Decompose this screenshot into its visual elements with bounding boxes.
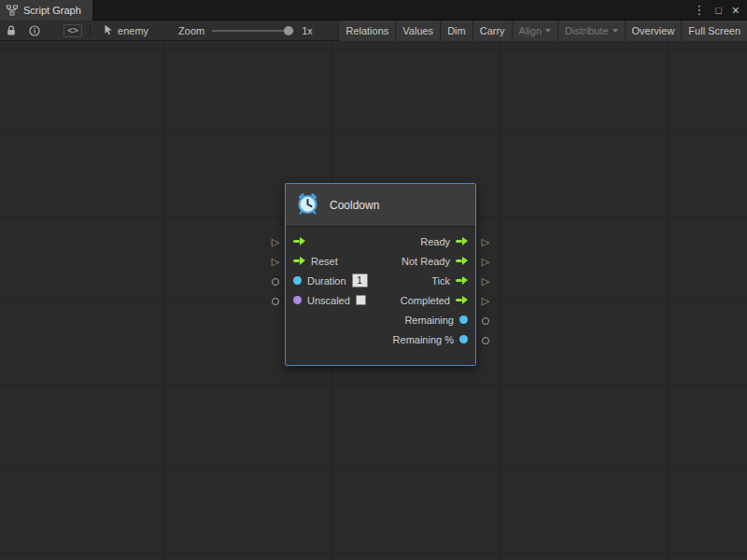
node-title: Cooldown bbox=[330, 199, 379, 212]
window-maximize-button[interactable]: □ bbox=[715, 0, 722, 21]
zoom-control: Zoom 1x bbox=[178, 24, 313, 37]
value-input-unscaled-port[interactable] bbox=[293, 296, 302, 304]
toolbar-divider bbox=[90, 24, 91, 36]
external-value-input-marker[interactable] bbox=[270, 291, 281, 311]
zoom-value: 1x bbox=[302, 25, 313, 36]
values-label: Values bbox=[402, 25, 433, 36]
carry-label: Carry bbox=[480, 25, 505, 36]
external-flow-output-marker[interactable]: ▷ bbox=[480, 272, 491, 291]
triangle-port-icon: ▷ bbox=[482, 276, 489, 287]
tab-script-graph[interactable]: Script Graph bbox=[0, 0, 92, 21]
node-cooldown[interactable]: Cooldown Ready Reset bbox=[285, 183, 476, 366]
external-value-output-marker[interactable] bbox=[480, 311, 491, 330]
port-label-duration: Duration bbox=[307, 275, 346, 287]
relations-button[interactable]: Relations bbox=[338, 21, 395, 41]
external-flow-input-marker[interactable]: ▷ bbox=[270, 232, 281, 252]
flow-input-reset-port[interactable] bbox=[293, 257, 305, 265]
overview-button[interactable]: Overview bbox=[625, 21, 682, 41]
align-dropdown-button: Align bbox=[512, 21, 557, 41]
chevron-down-icon bbox=[545, 29, 551, 33]
code-toggle-icon[interactable]: <> bbox=[63, 24, 82, 37]
port-row: Ready bbox=[286, 231, 475, 251]
circle-port-icon bbox=[482, 337, 489, 344]
chevron-down-icon bbox=[613, 29, 618, 33]
external-flow-output-marker[interactable]: ▷ bbox=[480, 252, 491, 272]
port-label-tick: Tick bbox=[431, 275, 450, 287]
triangle-port-icon: ▷ bbox=[272, 257, 279, 267]
carry-button[interactable]: Carry bbox=[472, 21, 512, 41]
circle-port-icon bbox=[272, 298, 279, 305]
port-label-ready: Ready bbox=[420, 236, 450, 247]
node-header[interactable]: Cooldown bbox=[286, 184, 475, 227]
dim-button[interactable]: Dim bbox=[440, 21, 472, 41]
flow-input-enter-port[interactable] bbox=[293, 237, 305, 245]
script-graph-icon bbox=[7, 5, 18, 16]
graph-toolbar: <> enemy Zoom 1x Relations Values Dim Ca… bbox=[0, 21, 747, 41]
overview-label: Overview bbox=[632, 25, 675, 36]
port-label-completed: Completed bbox=[401, 295, 450, 306]
external-flow-output-marker[interactable]: ▷ bbox=[480, 291, 491, 311]
flow-output-not-ready-port[interactable] bbox=[456, 257, 468, 265]
external-value-input-marker[interactable] bbox=[270, 272, 281, 291]
alarm-clock-icon bbox=[295, 190, 320, 219]
value-input-duration-port[interactable] bbox=[293, 276, 302, 285]
distribute-dropdown-button: Distribute bbox=[557, 21, 624, 41]
zoom-slider[interactable] bbox=[212, 24, 294, 37]
graph-breadcrumb[interactable]: enemy bbox=[98, 21, 154, 41]
zoom-slider-handle[interactable] bbox=[284, 26, 293, 35]
port-row: Remaining bbox=[286, 310, 475, 329]
window-controls: ⋮ □ × bbox=[693, 0, 747, 21]
external-flow-output-marker[interactable]: ▷ bbox=[480, 232, 491, 252]
node-body: Ready Reset Not Ready bbox=[286, 227, 475, 365]
triangle-port-icon: ▷ bbox=[482, 237, 489, 247]
relations-label: Relations bbox=[345, 25, 388, 36]
full-screen-button[interactable]: Full Screen bbox=[681, 21, 747, 41]
flow-output-tick-port[interactable] bbox=[456, 276, 468, 285]
external-value-output-marker[interactable] bbox=[480, 330, 491, 350]
port-row: Remaining % bbox=[286, 329, 475, 349]
port-label-unscaled: Unscaled bbox=[307, 295, 350, 306]
port-label-remaining-percent: Remaining % bbox=[393, 334, 454, 345]
port-row: Unscaled Completed bbox=[286, 290, 475, 310]
circle-port-icon bbox=[482, 317, 489, 325]
zoom-slider-track bbox=[212, 30, 294, 32]
values-button[interactable]: Values bbox=[395, 21, 440, 41]
port-row: Duration Tick bbox=[286, 271, 475, 290]
pointer-icon bbox=[104, 24, 113, 37]
flow-output-ready-port[interactable] bbox=[456, 237, 468, 245]
triangle-port-icon: ▷ bbox=[482, 257, 489, 267]
full-screen-label: Full Screen bbox=[688, 25, 740, 36]
port-label-not-ready: Not Ready bbox=[402, 256, 450, 267]
value-output-remaining-percent-port[interactable] bbox=[459, 335, 468, 343]
align-label: Align bbox=[519, 25, 542, 36]
circle-port-icon bbox=[272, 278, 279, 286]
tab-label: Script Graph bbox=[23, 5, 81, 16]
graph-name: enemy bbox=[118, 25, 148, 36]
distribute-label: Distribute bbox=[565, 25, 608, 36]
window-menu-button[interactable]: ⋮ bbox=[693, 0, 705, 21]
toolbar-buttons: Relations Values Dim Carry Align Distrib… bbox=[338, 21, 747, 41]
port-label-remaining: Remaining bbox=[404, 315, 454, 326]
dim-label: Dim bbox=[447, 25, 466, 36]
titlebar: Script Graph ⋮ □ × bbox=[0, 0, 747, 21]
info-icon[interactable] bbox=[22, 21, 47, 41]
unscaled-checkbox[interactable] bbox=[356, 295, 366, 305]
port-row: Reset Not Ready bbox=[286, 251, 475, 271]
lock-icon[interactable] bbox=[0, 21, 22, 41]
port-label-reset: Reset bbox=[311, 256, 338, 267]
window-close-button[interactable]: × bbox=[732, 0, 740, 21]
external-flow-input-marker[interactable]: ▷ bbox=[270, 252, 281, 272]
duration-value-field[interactable] bbox=[352, 273, 368, 287]
value-output-remaining-port[interactable] bbox=[459, 315, 468, 324]
triangle-port-icon: ▷ bbox=[272, 237, 279, 247]
zoom-label: Zoom bbox=[178, 25, 204, 36]
graph-canvas[interactable]: Cooldown Ready Reset bbox=[0, 41, 747, 560]
flow-output-completed-port[interactable] bbox=[456, 296, 468, 304]
script-graph-window: Script Graph ⋮ □ × <> bbox=[0, 0, 747, 560]
triangle-port-icon: ▷ bbox=[482, 296, 489, 306]
